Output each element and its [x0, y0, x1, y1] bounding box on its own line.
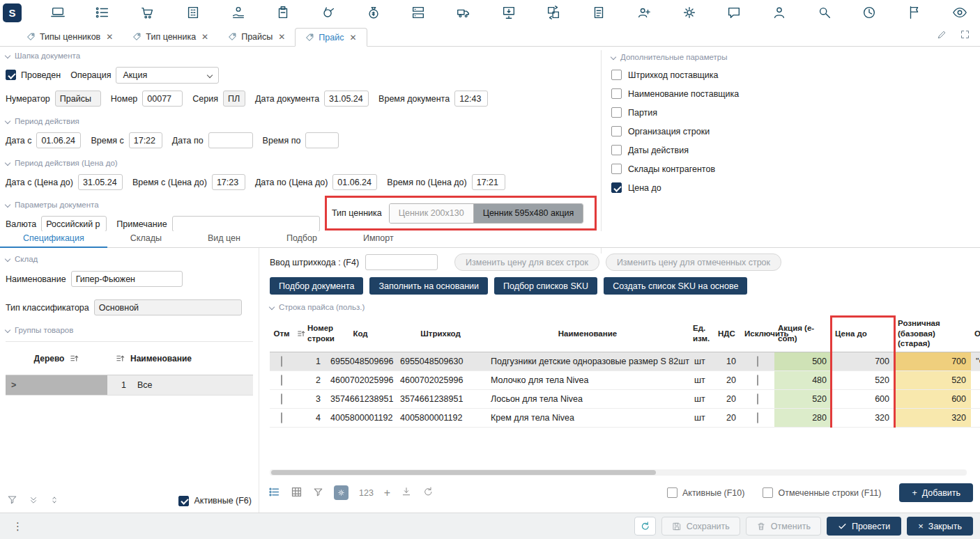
active-f6-checkbox[interactable] — [178, 496, 189, 506]
collapse-all-icon[interactable] — [29, 495, 38, 507]
section-period-price-to[interactable]: Период действия (Цена до) — [6, 159, 598, 167]
filter-icon[interactable] — [313, 487, 323, 499]
checklist-icon[interactable] — [93, 3, 112, 22]
hand-sprout-icon[interactable] — [229, 3, 247, 22]
scrollbar-thumb[interactable] — [271, 470, 656, 475]
comment-icon[interactable] — [725, 3, 743, 22]
server-icon[interactable] — [409, 3, 427, 22]
tag-option-200x130[interactable]: Ценник 200х130 — [390, 204, 474, 223]
period-date-to-input[interactable] — [208, 132, 253, 148]
validity-dates-checkbox[interactable] — [611, 145, 622, 155]
row-exclude-checkbox[interactable] — [757, 393, 758, 405]
post-button[interactable]: Провести — [827, 517, 901, 536]
save-button[interactable]: Сохранить — [661, 517, 740, 536]
filter-icon[interactable] — [7, 494, 17, 507]
fullscreen-icon[interactable] — [960, 29, 970, 42]
section-period[interactable]: Период действия — [6, 117, 598, 125]
pick-sku-lists-button[interactable]: Подбор списков SKU — [494, 277, 597, 295]
price-to-date-to-input[interactable] — [332, 174, 377, 190]
period-time-from-input[interactable] — [129, 132, 162, 148]
group-row-all[interactable]: > 1Все — [6, 375, 253, 396]
row-mark-checkbox[interactable] — [281, 412, 282, 423]
cancel-button[interactable]: Отменить — [746, 517, 821, 536]
batch-checkbox[interactable] — [611, 107, 622, 118]
tab-selection[interactable]: Подбор — [263, 231, 340, 247]
package-icon[interactable] — [274, 3, 292, 22]
warehouse-name-input[interactable] — [71, 271, 183, 287]
tab-price-tag-type[interactable]: Тип ценника✕ — [123, 27, 218, 46]
period-time-to-input[interactable] — [305, 132, 339, 148]
money-bag-icon[interactable] — [365, 3, 383, 22]
tab-price-list-active[interactable]: Прайс✕ — [295, 28, 367, 47]
download-icon[interactable] — [401, 486, 412, 499]
table-row[interactable]: 1 6955048509696 6955048509630 Подгузники… — [270, 352, 980, 370]
sort-icon[interactable] — [116, 354, 125, 363]
cart-icon[interactable] — [139, 3, 157, 22]
tab-price-kind[interactable]: Вид цен — [185, 231, 263, 247]
operation-select[interactable]: Акция — [116, 67, 219, 84]
barcode-input[interactable] — [365, 254, 438, 270]
eye-icon[interactable] — [951, 3, 969, 22]
price-to-time-to-input[interactable] — [472, 174, 505, 190]
app-logo[interactable]: S — [3, 3, 22, 22]
marked-rows-f11-checkbox[interactable] — [763, 487, 773, 498]
price-to-date-from-input[interactable] — [78, 174, 123, 190]
price-to-time-from-input[interactable] — [212, 174, 245, 190]
row-exclude-checkbox[interactable] — [757, 356, 758, 367]
section-warehouse[interactable]: Склад — [6, 255, 253, 263]
fill-on-basis-button[interactable]: Заполнить на основании — [369, 277, 488, 295]
sort-icon[interactable] — [70, 354, 79, 363]
tab-specification[interactable]: Спецификация — [0, 231, 107, 248]
tree-expander[interactable]: > — [6, 375, 107, 395]
note-input[interactable] — [172, 216, 320, 232]
currency-input[interactable] — [41, 216, 107, 232]
close-icon[interactable]: ✕ — [106, 32, 113, 42]
counter-123-icon[interactable]: 123 — [359, 488, 374, 498]
row-exclude-checkbox[interactable] — [757, 375, 758, 386]
row-mark-checkbox[interactable] — [281, 356, 282, 367]
section-price-rows[interactable]: Строка прайса (польз.) — [270, 303, 980, 311]
flag-icon[interactable] — [905, 3, 924, 22]
user-add-icon[interactable] — [635, 3, 653, 22]
close-button[interactable]: ×Закрыть — [907, 517, 973, 536]
laptop-icon[interactable] — [49, 3, 67, 22]
row-organization-checkbox[interactable] — [611, 126, 622, 136]
gear-icon[interactable] — [680, 3, 698, 22]
clock-icon[interactable] — [860, 3, 878, 22]
numerator-input[interactable] — [55, 91, 101, 107]
doc-date-input[interactable] — [324, 91, 369, 107]
table-row[interactable]: 2 4600702025996 4600702025996 Молочко дл… — [270, 370, 980, 389]
supplier-name-checkbox[interactable] — [611, 88, 622, 99]
number-input[interactable] — [142, 91, 183, 107]
more-menu-icon[interactable]: ⋮ — [7, 520, 29, 533]
add-row-plus-icon[interactable]: + — [384, 487, 390, 499]
section-additional-params[interactable]: Дополнительные параметры — [611, 53, 977, 61]
kettle-icon[interactable] — [319, 3, 337, 22]
section-product-groups[interactable]: Группы товаров — [6, 326, 253, 334]
sort-icon[interactable] — [297, 329, 305, 338]
edit-pencil-icon[interactable] — [937, 29, 947, 42]
sort-updown-icon[interactable] — [49, 495, 59, 507]
refresh-button[interactable] — [634, 517, 656, 536]
supplier-barcode-checkbox[interactable] — [611, 70, 622, 80]
window-sync-icon[interactable] — [544, 3, 562, 22]
monitor-download-icon[interactable] — [500, 3, 518, 22]
list-view-icon[interactable] — [268, 486, 280, 500]
add-row-button[interactable]: +Добавить — [899, 483, 973, 502]
close-icon[interactable]: ✕ — [201, 32, 208, 42]
close-icon[interactable]: ✕ — [278, 32, 285, 42]
section-doc-header[interactable]: Шапка документа — [6, 52, 598, 60]
truck-icon[interactable] — [454, 3, 473, 22]
tab-import[interactable]: Импорт — [340, 231, 417, 247]
change-price-all-button[interactable]: Изменить цену для всех строк — [454, 253, 599, 271]
grid-view-icon[interactable] — [291, 486, 303, 500]
tab-price-tag-types[interactable]: Типы ценников✕ — [17, 27, 123, 46]
period-date-from-input[interactable] — [36, 132, 81, 148]
counterparty-warehouses-checkbox[interactable] — [611, 164, 622, 174]
pick-document-button[interactable]: Подбор документа — [270, 277, 363, 295]
row-exclude-checkbox[interactable] — [757, 412, 758, 423]
tab-price-lists[interactable]: Прайсы✕ — [218, 27, 295, 46]
posted-checkbox[interactable] — [6, 70, 16, 80]
price-to-checkbox[interactable] — [611, 182, 622, 193]
tag-option-595x480[interactable]: Ценник 595х480 акция — [474, 204, 583, 223]
